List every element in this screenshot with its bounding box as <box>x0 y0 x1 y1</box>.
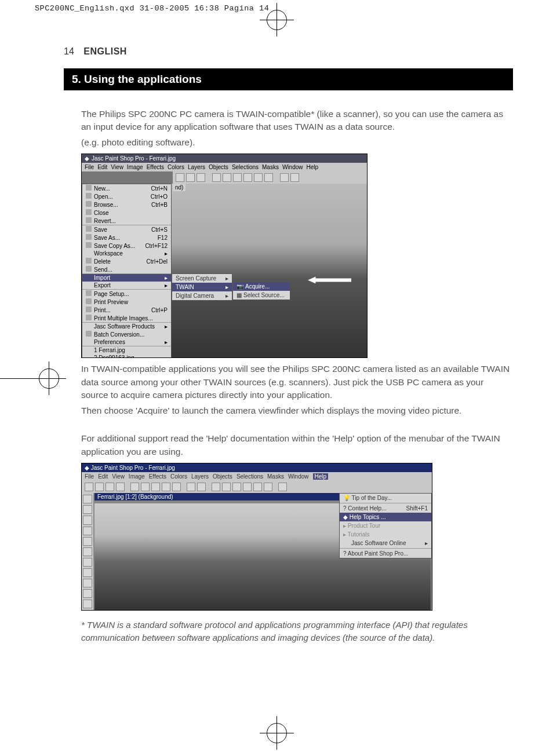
submenu-select-source[interactable]: ▦Select Source... <box>233 291 290 300</box>
menu-item-open[interactable]: Open...Ctrl+O <box>82 192 171 200</box>
toolbar-button[interactable] <box>212 173 221 182</box>
menu-edit[interactable]: Edit <box>97 164 107 170</box>
toolbar-button[interactable] <box>254 173 263 182</box>
toolbar-button[interactable] <box>105 483 114 491</box>
menu-layers[interactable]: Layers <box>188 164 205 170</box>
tool-icon[interactable] <box>83 579 92 587</box>
tool-icon[interactable] <box>83 558 92 567</box>
tool-icon[interactable] <box>83 516 92 524</box>
help-context[interactable]: ? Context Help...Shift+F1 <box>340 504 431 513</box>
menu-item-recent-2[interactable]: 2 Dsc00163.jpg <box>82 354 171 357</box>
help-jasc-online[interactable]: Jasc Software Online▸ <box>340 539 431 547</box>
tool-icon[interactable] <box>83 547 92 556</box>
toolbar-button[interactable] <box>243 483 252 491</box>
menu-item-save-as[interactable]: Save As...F12 <box>82 233 171 242</box>
menu-item-page-setup[interactable]: Page Setup... <box>82 290 171 298</box>
menu-window[interactable]: Window <box>282 164 303 170</box>
menu-help[interactable]: Help <box>307 164 319 170</box>
menu-item-send[interactable]: Send... <box>82 265 171 273</box>
submenu-screen-capture[interactable]: Screen Capture▸ <box>172 274 232 283</box>
menu-item-new[interactable]: New...Ctrl+N <box>82 184 171 192</box>
toolbar-button[interactable] <box>222 483 231 491</box>
menu-view[interactable]: View <box>111 164 123 170</box>
tool-icon[interactable] <box>83 589 92 598</box>
help-topics[interactable]: ◆ Help Topics ... <box>340 513 431 521</box>
menu-item-jasc-products[interactable]: Jasc Software Products▸ <box>82 323 171 330</box>
help-about[interactable]: ? About Paint Shop Pro... <box>340 549 431 558</box>
toolbar-button[interactable] <box>264 173 273 182</box>
menu-edit[interactable]: Edit <box>98 473 108 480</box>
toolbar-button[interactable] <box>253 483 262 491</box>
menu-item-recent-1[interactable]: 1 Ferrari.jpg <box>82 346 171 354</box>
menu-effects[interactable]: Effects <box>149 473 166 480</box>
menu-objects[interactable]: Objects <box>213 473 232 480</box>
menu-image[interactable]: Image <box>127 164 143 170</box>
menu-masks[interactable]: Masks <box>262 164 279 170</box>
menu-selections[interactable]: Selections <box>232 164 259 170</box>
toolbar-button[interactable] <box>130 483 139 491</box>
menu-view[interactable]: View <box>112 473 125 480</box>
toolbar-button[interactable] <box>172 483 181 491</box>
menu-item-browse[interactable]: Browse...Ctrl+B <box>82 200 171 209</box>
toolbar-button[interactable] <box>233 173 242 182</box>
menu-file[interactable]: File <box>85 164 94 170</box>
toolbar-button[interactable] <box>116 483 125 491</box>
menu-item-batch-conversion[interactable]: Batch Conversion... <box>82 330 171 338</box>
toolbar-button[interactable] <box>264 483 272 491</box>
tool-icon[interactable] <box>83 568 92 577</box>
menu-effects[interactable]: Effects <box>147 164 164 170</box>
menu-item-close[interactable]: Close <box>82 209 171 217</box>
toolbar-button[interactable] <box>141 483 150 491</box>
menu-window[interactable]: Window <box>288 473 309 480</box>
toolbar-button[interactable] <box>151 483 160 491</box>
submenu-acquire[interactable]: 📷Acquire... <box>233 282 290 291</box>
menu-help[interactable]: Help <box>313 473 329 480</box>
menu-selections[interactable]: Selections <box>237 473 263 480</box>
toolbar-button[interactable] <box>197 483 206 491</box>
menu-item-preferences[interactable]: Preferences▸ <box>82 338 171 346</box>
tool-icon[interactable] <box>83 495 92 503</box>
toolbar-button[interactable] <box>85 483 93 491</box>
menu-item-print-multiple[interactable]: Print Multiple Images... <box>82 314 171 322</box>
source-icon: ▦ <box>237 292 242 298</box>
menu-item-print[interactable]: Print...Ctrl+P <box>82 306 171 314</box>
paragraph-1: The Philips SPC 200NC PC camera is TWAIN… <box>81 108 513 134</box>
menu-masks[interactable]: Masks <box>267 473 284 480</box>
tool-icon[interactable] <box>83 600 92 608</box>
submenu-twain[interactable]: TWAIN▸ <box>172 283 232 291</box>
toolbar-button[interactable] <box>186 173 195 182</box>
tool-icon[interactable] <box>83 505 92 514</box>
toolbar-button[interactable] <box>243 173 252 182</box>
toolbar-button[interactable] <box>223 173 231 182</box>
tool-icon[interactable] <box>83 527 92 535</box>
help-icon[interactable] <box>278 483 287 491</box>
menu-item-delete[interactable]: DeleteCtrl+Del <box>82 257 171 265</box>
toolbar-button[interactable] <box>232 483 241 491</box>
menu-item-export[interactable]: Export▸ <box>82 282 171 289</box>
toolbar-button[interactable] <box>187 483 195 491</box>
toolbar-button[interactable] <box>197 173 205 182</box>
menu-item-revert[interactable]: Revert... <box>82 217 171 225</box>
help-product-tour[interactable]: ▸ Product Tour <box>340 521 431 530</box>
help-icon[interactable] <box>280 173 289 182</box>
menu-item-print-preview[interactable]: Print Preview <box>82 298 171 306</box>
toolbar-button[interactable] <box>212 483 220 491</box>
toolbar-button[interactable] <box>162 483 170 491</box>
toolbar-button[interactable] <box>290 173 299 182</box>
submenu-digital-camera[interactable]: Digital Camera▸ <box>172 291 232 300</box>
menu-layers[interactable]: Layers <box>191 473 209 480</box>
menu-item-save[interactable]: SaveCtrl+S <box>82 225 171 233</box>
toolbar-button[interactable] <box>176 173 184 182</box>
menu-item-workspace[interactable]: Workspace▸ <box>82 250 171 257</box>
tool-icon[interactable] <box>83 537 92 546</box>
menu-item-import[interactable]: Import▸ <box>82 274 171 282</box>
menu-file[interactable]: File <box>85 473 94 480</box>
menu-objects[interactable]: Objects <box>209 164 228 170</box>
menu-colors[interactable]: Colors <box>168 164 184 170</box>
menu-colors[interactable]: Colors <box>170 473 187 480</box>
help-tip-of-day[interactable]: 💡 Tip of the Day... <box>340 494 431 502</box>
menu-image[interactable]: Image <box>129 473 145 480</box>
help-tutorials[interactable]: ▸ Tutorials <box>340 530 431 539</box>
menu-item-save-copy-as[interactable]: Save Copy As...Ctrl+F12 <box>82 242 171 250</box>
toolbar-button[interactable] <box>95 483 104 491</box>
